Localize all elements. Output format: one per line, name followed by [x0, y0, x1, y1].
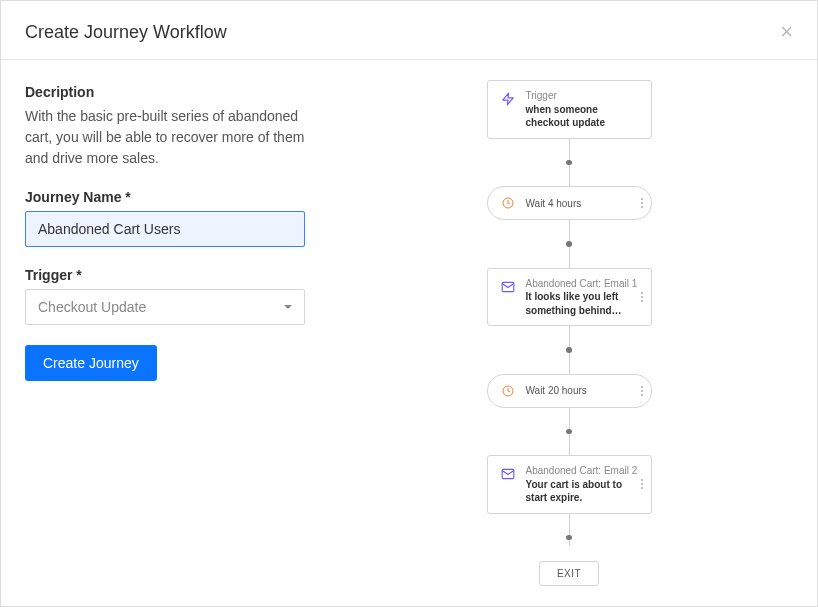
- journey-name-label: Journey Name *: [25, 189, 317, 205]
- more-icon[interactable]: [641, 292, 643, 302]
- close-button[interactable]: ×: [780, 21, 793, 43]
- more-icon[interactable]: [641, 479, 643, 489]
- trigger-label: Trigger *: [25, 267, 317, 283]
- flow-connector-dot: [566, 347, 572, 353]
- trigger-node-title: Trigger: [526, 89, 641, 103]
- journey-name-group: Journey Name *: [25, 189, 317, 247]
- more-icon[interactable]: [641, 198, 643, 208]
- wait-1-text: Wait 4 hours: [526, 198, 641, 209]
- flow-node-trigger[interactable]: Trigger when someone checkout update: [487, 80, 652, 139]
- flow-node-email-2[interactable]: Abandoned Cart: Email 2 Your cart is abo…: [487, 455, 652, 514]
- description-text: With the basic pre-built series of aband…: [25, 106, 317, 169]
- form-panel: Decription With the basic pre-built seri…: [1, 60, 341, 606]
- flow-node-wait-2[interactable]: Wait 20 hours: [487, 374, 652, 408]
- modal-title: Create Journey Workflow: [25, 22, 227, 43]
- trigger-group: Trigger * Checkout Update: [25, 267, 317, 325]
- flow-node-email-1[interactable]: Abandoned Cart: Email 1 It looks like yo…: [487, 268, 652, 327]
- more-icon[interactable]: [641, 386, 643, 396]
- flow-connector-dot: [566, 241, 572, 247]
- create-journey-button[interactable]: Create Journey: [25, 345, 157, 381]
- clock-icon: [498, 381, 518, 401]
- modal-body: Decription With the basic pre-built seri…: [1, 60, 817, 606]
- flow-node-exit[interactable]: EXIT: [539, 561, 599, 586]
- description-group: Decription With the basic pre-built seri…: [25, 84, 317, 169]
- create-journey-modal: Create Journey Workflow × Decription Wit…: [0, 0, 818, 607]
- lightning-icon: [498, 89, 518, 109]
- flow-connector-dot: [566, 535, 572, 541]
- clock-icon: [498, 193, 518, 213]
- journey-name-input[interactable]: [25, 211, 305, 247]
- email-1-subtitle: It looks like you left something behind…: [526, 290, 641, 317]
- svg-marker-0: [502, 93, 513, 105]
- chevron-down-icon: [284, 305, 292, 309]
- mail-icon: [498, 464, 518, 484]
- email-2-title: Abandoned Cart: Email 2: [526, 464, 641, 478]
- email-2-subtitle: Your cart is about to start expire.: [526, 478, 641, 505]
- trigger-dropdown-value: Checkout Update: [38, 299, 146, 315]
- description-label: Decription: [25, 84, 317, 100]
- close-icon: ×: [780, 19, 793, 44]
- flow-connector-dot: [566, 160, 572, 166]
- wait-2-text: Wait 20 hours: [526, 385, 641, 396]
- flow-container: Trigger when someone checkout update: [361, 80, 777, 586]
- modal-header: Create Journey Workflow ×: [1, 1, 817, 60]
- flow-panel: Trigger when someone checkout update: [341, 60, 817, 606]
- trigger-dropdown[interactable]: Checkout Update: [25, 289, 305, 325]
- email-1-title: Abandoned Cart: Email 1: [526, 277, 641, 291]
- flow-connector-dot: [566, 429, 572, 435]
- flow-node-wait-1[interactable]: Wait 4 hours: [487, 186, 652, 220]
- mail-icon: [498, 277, 518, 297]
- trigger-node-subtitle: when someone checkout update: [526, 103, 641, 130]
